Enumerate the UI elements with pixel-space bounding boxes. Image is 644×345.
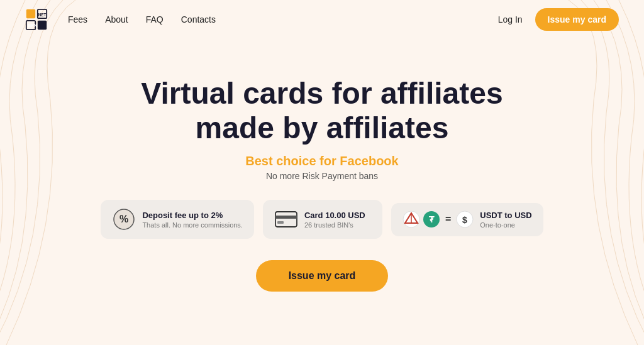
nav-faq[interactable]: FAQ [146,14,164,25]
usdt-title: USDT to USD [480,211,531,220]
issue-card-hero-button[interactable]: Issue my card [256,260,389,292]
svg-rect-9 [275,216,297,219]
svg-rect-10 [277,221,284,224]
usdt-pill: ₮ = $ USDT to USD One-to-one [391,203,543,236]
nav-fees[interactable]: Fees [68,14,87,25]
dollar-icon: $ [456,211,474,228]
navbar: EPN NET Fees About FAQ Contacts Log In I… [0,0,644,38]
login-button[interactable]: Log In [498,14,523,25]
svg-rect-3 [38,20,47,29]
logo[interactable]: EPN NET [25,8,48,31]
navbar-right: Log In Issue my card [498,8,619,31]
tether-icon: ₮ [423,211,440,228]
card-icon [274,207,298,231]
percent-icon: % [112,207,136,231]
hero-subtitle-gray: No more Risk Payment bans [266,171,378,181]
hero-section: Virtual cards for affiliates made by aff… [0,38,644,292]
feature-pills: % Deposit fee up to 2% Thats all. No mor… [101,200,543,239]
card-cost-text: Card 10.00 USD 26 trusted BIN's [304,211,365,229]
deposit-fee-pill: % Deposit fee up to 2% Thats all. No mor… [101,200,254,239]
tron-icon [402,211,420,228]
usdt-text: USDT to USD One-to-one [480,211,531,229]
svg-text:EPN: EPN [28,22,38,28]
deposit-fee-title: Deposit fee up to 2% [142,211,223,220]
svg-text:NET: NET [38,12,47,16]
svg-rect-0 [26,9,35,18]
crypto-icons: ₮ = $ [402,211,474,228]
deposit-fee-text: Deposit fee up to 2% Thats all. No more … [142,211,243,229]
logo-icon: EPN NET [25,8,48,31]
svg-text:$: $ [462,215,467,225]
card-cost-desc: 26 trusted BIN's [304,221,353,229]
issue-card-nav-button[interactable]: Issue my card [535,8,619,31]
equals-sign: = [445,214,451,225]
hero-title: Virtual cards for affiliates made by aff… [141,76,502,145]
svg-text:%: % [119,214,128,224]
hero-subtitle-orange: Best choice for Facebook [245,154,398,168]
nav-contacts[interactable]: Contacts [181,14,216,25]
svg-rect-8 [275,212,297,227]
nav-links: Fees About FAQ Contacts [68,14,216,25]
usdt-desc: One-to-one [480,221,515,229]
svg-text:₮: ₮ [429,215,435,224]
deposit-fee-desc: Thats all. No more commissions. [142,221,243,229]
navbar-left: EPN NET Fees About FAQ Contacts [25,8,216,31]
card-cost-title: Card 10.00 USD [304,211,365,220]
card-cost-pill: Card 10.00 USD 26 trusted BIN's [263,200,382,239]
nav-about[interactable]: About [105,14,128,25]
